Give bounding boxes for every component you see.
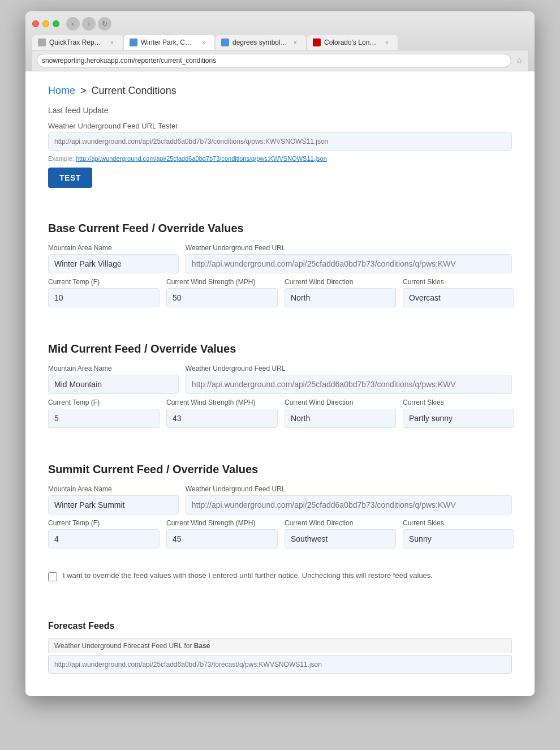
summit-current-skies-input[interactable] xyxy=(403,529,514,548)
tab-close-winterpark[interactable]: × xyxy=(200,38,208,46)
summit-row-2: Current Temp (F) Current Wind Strength (… xyxy=(48,519,512,548)
mid-mountain-label: Mountain Area Name xyxy=(48,365,179,372)
breadcrumb: Home > Current Conditions xyxy=(48,85,512,97)
bookmark-icon: ☆ xyxy=(516,56,523,65)
example-url-link[interactable]: http://api.wunderground.com/api/25cfadd6… xyxy=(76,155,327,162)
test-button[interactable]: TEST xyxy=(48,168,92,188)
browser-titlebar: ‹ › ↻ QuickTrax Reporter... × Winter Par… xyxy=(25,11,535,71)
mid-current-skies-group: Current Skies xyxy=(403,398,514,428)
mid-wind-direction-input[interactable] xyxy=(285,409,396,428)
base-current-skies-input[interactable] xyxy=(403,288,514,307)
tab-quicktrax[interactable]: QuickTrax Reporter... × xyxy=(32,35,123,50)
breadcrumb-separator: > xyxy=(80,85,87,96)
reload-button[interactable]: ↻ xyxy=(98,17,111,31)
mid-wind-strength-input[interactable] xyxy=(166,409,278,428)
base-wind-strength-input[interactable] xyxy=(166,288,278,307)
example-prefix: Example: xyxy=(48,155,74,162)
mid-wind-direction-label: Current Wind Direction xyxy=(285,398,396,406)
base-temp-label: Current Temp (F) xyxy=(48,278,160,286)
tab-degrees[interactable]: degrees symbol - G... × xyxy=(216,35,306,50)
mid-wind-strength-label: Current Wind Strength (MPH) xyxy=(166,398,278,406)
mid-temp-group: Current Temp (F) xyxy=(48,398,160,428)
back-button[interactable]: ‹ xyxy=(66,17,80,31)
summit-mountain-label: Mountain Area Name xyxy=(48,485,179,493)
summit-mountain-input[interactable] xyxy=(48,495,179,515)
forecast-url-input[interactable] xyxy=(48,655,512,674)
mid-temp-label: Current Temp (F) xyxy=(48,398,160,406)
base-current-skies-group: Current Skies xyxy=(403,278,514,307)
example-text: Example: http://api.wunderground.com/api… xyxy=(48,155,512,162)
base-weather-url-input[interactable] xyxy=(186,254,512,273)
tab-colorado[interactable]: Colorado's Longest... × xyxy=(307,35,398,50)
tab-favicon-colorado xyxy=(313,38,321,46)
summit-weather-url-input[interactable] xyxy=(186,495,512,515)
forecast-url-label-bold: Base xyxy=(194,642,210,650)
tab-favicon-quicktrax xyxy=(38,38,46,46)
summit-current-skies-label: Current Skies xyxy=(403,519,514,527)
traffic-lights xyxy=(32,20,59,27)
tab-label-colorado: Colorado's Longest... xyxy=(324,38,380,46)
breadcrumb-home-link[interactable]: Home xyxy=(48,85,75,96)
browser-controls: ‹ › ↻ xyxy=(32,17,528,31)
mid-row-2: Current Temp (F) Current Wind Strength (… xyxy=(48,398,512,428)
tab-winterpark[interactable]: Winter Park, CO (80... × xyxy=(124,35,214,50)
mid-weather-url-label: Weather Underground Feed URL xyxy=(186,365,512,372)
browser-window: ‹ › ↻ QuickTrax Reporter... × Winter Par… xyxy=(25,11,535,696)
tab-close-degrees[interactable]: × xyxy=(291,38,299,46)
summit-temp-input[interactable] xyxy=(48,529,160,548)
base-row-1: Mountain Area Name Weather Underground F… xyxy=(48,244,512,273)
weather-tester-section: Weather Underground Feed URL Tester Exam… xyxy=(48,122,512,188)
base-wind-direction-label: Current Wind Direction xyxy=(285,278,396,286)
base-weather-url-label: Weather Underground Feed URL xyxy=(186,244,512,252)
base-temp-input[interactable] xyxy=(48,288,160,307)
base-wind-strength-label: Current Wind Strength (MPH) xyxy=(166,278,278,286)
nav-buttons: ‹ › ↻ xyxy=(66,17,111,31)
tab-close-colorado[interactable]: × xyxy=(383,38,391,46)
divider-5 xyxy=(48,595,512,612)
close-button[interactable] xyxy=(32,20,39,27)
base-current-skies-label: Current Skies xyxy=(403,278,514,286)
summit-current-skies-group: Current Skies xyxy=(403,519,514,548)
base-wind-direction-input[interactable] xyxy=(285,288,396,307)
address-input[interactable] xyxy=(37,54,511,67)
forecast-url-label-prefix: Weather Underground Forecast Feed URL fo… xyxy=(54,642,192,650)
browser-tabs: QuickTrax Reporter... × Winter Park, CO … xyxy=(32,35,528,50)
base-temp-group: Current Temp (F) xyxy=(48,278,160,307)
override-label: I want to override the feed values with … xyxy=(63,571,433,580)
tab-close-quicktrax[interactable]: × xyxy=(108,38,116,46)
summit-weather-url-group: Weather Underground Feed URL xyxy=(186,485,512,515)
base-row-2: Current Temp (F) Current Wind Strength (… xyxy=(48,278,512,307)
forecast-title: Forecast Feeds xyxy=(48,621,512,631)
tab-label-winterpark: Winter Park, CO (80... xyxy=(141,38,196,46)
breadcrumb-current: Current Conditions xyxy=(92,85,176,96)
summit-wind-direction-input[interactable] xyxy=(285,529,396,548)
maximize-button[interactable] xyxy=(53,20,59,27)
weather-tester-label: Weather Underground Feed URL Tester xyxy=(48,122,512,130)
last-feed-update: Last feed Update xyxy=(48,106,512,115)
summit-wind-direction-label: Current Wind Direction xyxy=(285,519,396,527)
mid-row-1: Mountain Area Name Weather Underground F… xyxy=(48,365,512,394)
mid-section: Mid Current Feed / Override Values Mount… xyxy=(48,342,512,428)
summit-wind-strength-label: Current Wind Strength (MPH) xyxy=(166,519,278,527)
override-checkbox[interactable] xyxy=(48,572,57,581)
base-mountain-input[interactable] xyxy=(48,254,179,273)
tab-label-degrees: degrees symbol - G... xyxy=(232,38,288,46)
summit-temp-label: Current Temp (F) xyxy=(48,519,160,527)
mid-weather-url-input[interactable] xyxy=(186,375,512,394)
minimize-button[interactable] xyxy=(42,20,49,27)
forecast-url-label-box: Weather Underground Forecast Feed URL fo… xyxy=(48,638,512,653)
mid-current-skies-input[interactable] xyxy=(403,409,514,428)
base-section-title: Base Current Feed / Override Values xyxy=(48,222,512,235)
mid-mountain-input[interactable] xyxy=(48,375,179,394)
summit-mountain-group: Mountain Area Name xyxy=(48,485,179,515)
forecast-section: Forecast Feeds Weather Underground Forec… xyxy=(48,621,512,674)
summit-wind-strength-input[interactable] xyxy=(166,529,278,548)
summit-wind-direction-group: Current Wind Direction xyxy=(285,519,396,548)
summit-row-1: Mountain Area Name Weather Underground F… xyxy=(48,485,512,515)
weather-tester-input[interactable] xyxy=(48,132,512,151)
forward-button[interactable]: › xyxy=(82,17,96,31)
summit-wind-strength-group: Current Wind Strength (MPH) xyxy=(166,519,278,548)
mid-temp-input[interactable] xyxy=(48,409,160,428)
base-section: Base Current Feed / Override Values Moun… xyxy=(48,222,512,307)
mid-current-skies-label: Current Skies xyxy=(403,398,514,406)
